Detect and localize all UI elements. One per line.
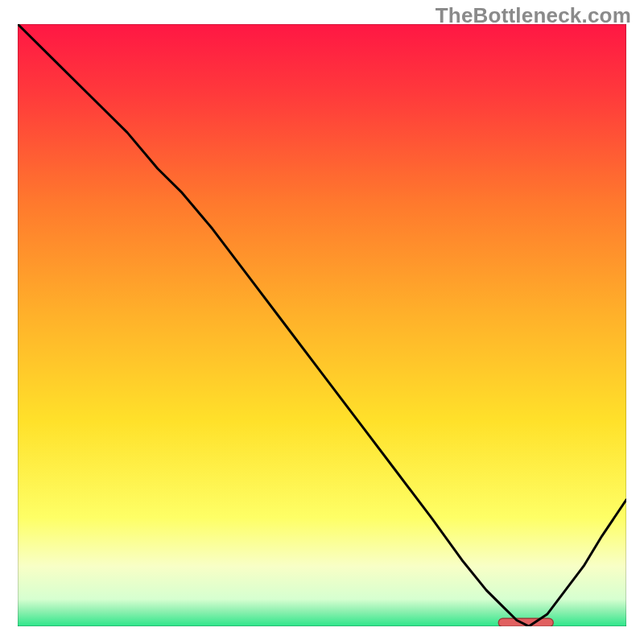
plot-svg bbox=[18, 24, 626, 626]
chart-container: TheBottleneck.com bbox=[0, 0, 644, 644]
